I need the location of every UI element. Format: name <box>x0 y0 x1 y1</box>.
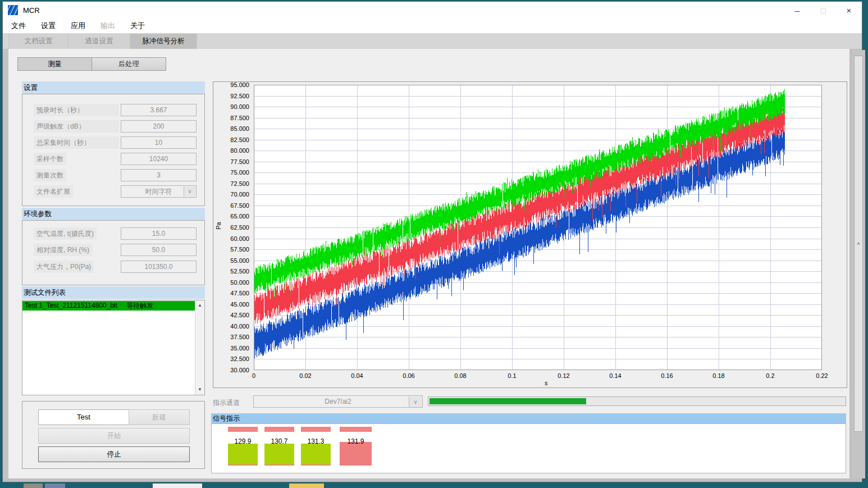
maximize-button[interactable]: □ <box>810 2 836 19</box>
air-temperature-field[interactable]: 15.0 <box>121 227 197 240</box>
prerecord-duration-label: 预录时长（秒） <box>34 104 119 116</box>
menu-file[interactable]: 文件 <box>11 21 26 31</box>
indicator-channel-dropdown[interactable]: Dev7/ai2 ∨ <box>253 395 423 408</box>
form-row: 相对湿度, RH (%) 50.0 <box>22 244 204 256</box>
y-tick-label: 95.000 <box>213 81 249 88</box>
y-tick-label: 50.000 <box>213 279 249 286</box>
x-tick-label: 0.08 <box>454 372 466 379</box>
right-panel-expander[interactable]: < <box>854 56 863 432</box>
y-tick-label: 87.500 <box>213 115 249 121</box>
filename-extension-dropdown[interactable]: 时间字符 ∨ <box>121 185 197 198</box>
chevron-down-icon[interactable]: ∨ <box>409 396 422 407</box>
list-scrollbar[interactable]: ▲ ▼ <box>195 300 204 395</box>
menu-output: 输出 <box>100 21 115 31</box>
signal-level-block <box>340 442 372 466</box>
y-tick-label: 80.000 <box>213 147 249 154</box>
prerecord-duration-field[interactable]: 3.667 <box>121 104 197 116</box>
tab-document-settings[interactable]: 文档设置 <box>8 34 68 49</box>
x-tick-label: 0.02 <box>299 372 311 379</box>
waveform-plot[interactable] <box>254 85 822 370</box>
form-row: 声级触发（dB） 200 <box>22 120 204 133</box>
x-tick-label: 0 <box>252 372 255 379</box>
subtab-measure[interactable]: 测量 <box>17 57 92 71</box>
form-row: 测量次数 3 <box>22 169 204 181</box>
test-file-row[interactable]: Test 1_Test_211215114800_blt等待触发 <box>22 301 195 311</box>
close-button[interactable]: × <box>836 2 862 19</box>
total-acquisition-time-label: 总采集时间（秒） <box>34 136 119 149</box>
tab-pulse-signal-analysis[interactable]: 脉冲信号分析 <box>130 34 197 49</box>
form-row: 大气压力，P0(Pa) 101350.0 <box>22 261 204 273</box>
measurement-count-label: 测量次数 <box>34 169 66 181</box>
signal-indicator: 129.9 <box>228 424 258 473</box>
y-tick-label: 60.000 <box>213 235 249 242</box>
expand-panel-icon: < <box>856 242 861 245</box>
start-button: 开始 <box>38 428 190 444</box>
atmospheric-pressure-field[interactable]: 101350.0 <box>121 261 197 273</box>
acquisition-progress-bar <box>428 396 846 406</box>
signal-level-block <box>228 444 258 466</box>
y-tick-label: 45.000 <box>213 301 249 308</box>
test-file-name: Test 1_Test_211215114800_blt <box>25 302 117 309</box>
signal-value: 131.3 <box>301 437 331 445</box>
taskbar-icon-fragment <box>45 484 65 488</box>
x-tick-label: 0.18 <box>712 372 724 379</box>
test-file-list-header: 测试文件列表 <box>22 286 205 299</box>
app-icon <box>8 5 18 15</box>
x-tick-label: 0.16 <box>661 372 673 379</box>
settings-header: 设置 <box>22 81 205 94</box>
y-tick-label: 85.000 <box>213 125 249 132</box>
y-tick-label: 90.000 <box>213 103 249 110</box>
signal-value: 130.7 <box>264 437 294 445</box>
test-name-input[interactable]: Test <box>38 409 129 425</box>
y-axis-label: Pa <box>215 222 222 229</box>
atmospheric-pressure-label: 大气压力，P0(Pa) <box>34 261 94 273</box>
filename-extension-label: 文件名扩展 <box>34 185 73 198</box>
chevron-down-icon[interactable]: ∨ <box>184 186 195 197</box>
menu-about[interactable]: 关于 <box>130 21 145 31</box>
y-tick-label: 35.000 <box>213 345 249 352</box>
y-tick-label: 52.500 <box>213 268 249 275</box>
form-row: 总采集时间（秒） 10 <box>22 136 204 149</box>
environment-header: 环境参数 <box>22 208 205 220</box>
signal-value: 131.9 <box>340 437 372 445</box>
main-content: 测量 后处理 设置 预录时长（秒） 3.667 声级触发（dB） 200 总采集… <box>3 49 849 478</box>
y-tick-label: 30.000 <box>213 367 249 373</box>
form-row: 采样个数 10240 <box>22 153 204 165</box>
minimize-button[interactable]: – <box>784 2 810 19</box>
y-tick-label: 32.500 <box>213 355 249 362</box>
relative-humidity-field[interactable]: 50.0 <box>121 244 197 256</box>
y-tick-label: 75.000 <box>213 169 249 176</box>
window-border <box>3 49 8 478</box>
environment-box: 空气温度, t(摄氏度) 15.0 相对湿度, RH (%) 50.0 大气压力… <box>22 220 205 285</box>
desktop: MCR – □ × 文件 设置 应用 输出 关于 文档设置 通道设置 脉冲信号分… <box>0 0 868 488</box>
y-tick-label: 55.000 <box>213 257 249 264</box>
y-tick-label: 70.000 <box>213 191 249 198</box>
progress-fill <box>430 398 586 404</box>
scroll-down-icon[interactable]: ▼ <box>195 385 204 394</box>
stop-button[interactable]: 停止 <box>38 446 190 462</box>
signal-indication-header: 信号指示 <box>211 413 846 423</box>
y-tick-label: 37.500 <box>213 334 249 340</box>
settings-box: 预录时长（秒） 3.667 声级触发（dB） 200 总采集时间（秒） 10 采… <box>22 94 205 206</box>
waveform-chart-panel: 95.00092.50090.00087.50085.00082.50080.0… <box>213 81 847 388</box>
taskbar-icon-fragment <box>24 484 43 488</box>
indicator-channel-label: 指示通道 <box>213 398 240 408</box>
x-tick-label: 0.2 <box>766 372 774 379</box>
scroll-up-icon[interactable]: ▲ <box>195 301 204 310</box>
menu-apply[interactable]: 应用 <box>71 21 85 31</box>
tab-channel-settings[interactable]: 通道设置 <box>68 34 130 49</box>
measurement-count-field[interactable]: 3 <box>121 169 197 181</box>
sound-level-trigger-field[interactable]: 200 <box>121 120 197 133</box>
menu-settings[interactable]: 设置 <box>41 21 56 31</box>
y-tick-label: 40.000 <box>213 323 249 330</box>
air-temperature-label: 空气温度, t(摄氏度) <box>34 227 97 240</box>
filename-extension-value: 时间字符 <box>145 188 172 195</box>
y-tick-label: 82.500 <box>213 136 249 143</box>
y-tick-label: 42.500 <box>213 312 249 318</box>
window-controls: – □ × <box>784 2 862 19</box>
subtab-postprocess[interactable]: 后处理 <box>92 57 166 71</box>
test-file-list: Test 1_Test_211215114800_blt等待触发 ▲ ▼ <box>22 300 205 395</box>
x-tick-label: 0.1 <box>508 372 516 379</box>
total-acquisition-time-field[interactable]: 10 <box>121 136 197 149</box>
sample-count-field[interactable]: 10240 <box>121 153 197 165</box>
